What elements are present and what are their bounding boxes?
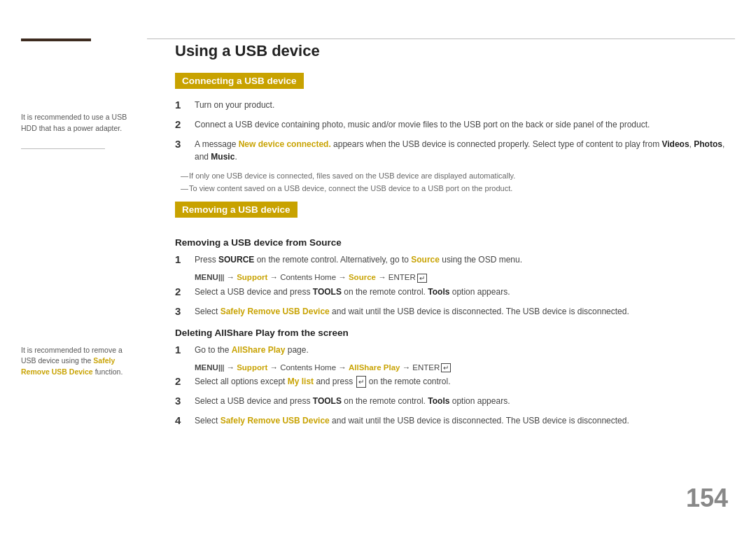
step-num: 3 (175, 395, 195, 407)
connecting-notes: If only one USB device is connected, fil… (182, 170, 728, 195)
top-divider (147, 38, 735, 39)
step-connect-3: 3 A message New device connected. appear… (175, 138, 728, 163)
step-text: Connect a USB device containing photo, m… (195, 118, 728, 131)
photos-text: Photos (694, 139, 722, 149)
music-text: Music (211, 152, 234, 162)
step-text: Select a USB device and press TOOLS on t… (195, 286, 728, 298)
step-delete-1: 1 Go to the AllShare Play page. (175, 344, 728, 356)
step-remove-1: 1 Press SOURCE on the remote control. Al… (175, 253, 728, 266)
step-remove-3: 3 Select Safely Remove USB Device and wa… (175, 305, 728, 318)
step-text: Select Safely Remove USB Device and wait… (195, 414, 728, 427)
step-text: Turn on your product. (195, 99, 728, 111)
page-title: Using a USB device (175, 42, 728, 60)
page-number: 154 (686, 484, 728, 513)
step-delete-3: 3 Select a USB device and press TOOLS on… (175, 395, 728, 407)
sidebar: It is recommended to use a USB HDD that … (0, 0, 147, 534)
note-line-1: If only one USB device is connected, fil… (182, 170, 728, 183)
source-bold: SOURCE (218, 255, 254, 265)
step-connect-1: 1 Turn on your product. (175, 99, 728, 111)
source-highlight: Source (411, 255, 440, 265)
step-num: 1 (175, 253, 195, 265)
sidebar-divider (21, 148, 105, 149)
safely-remove-2: Safely Remove USB Device (220, 416, 330, 426)
main-content: Using a USB device Connecting a USB devi… (147, 0, 756, 534)
section-header-connecting: Connecting a USB device (175, 73, 304, 89)
step-num: 3 (175, 305, 195, 317)
note-line-2: To view content saved on a USB device, c… (182, 183, 728, 195)
sidebar-note-1: It is recommended to use a USB HDD that … (21, 112, 133, 134)
safely-remove-1: Safely Remove USB Device (220, 307, 330, 316)
step-num: 1 (175, 99, 195, 111)
step-num: 4 (175, 414, 195, 426)
allshare-highlight: AllShare Play (232, 345, 286, 355)
sidebar-accent-bar (21, 38, 91, 41)
step-text: Select Safely Remove USB Device and wait… (195, 305, 728, 318)
enter-icon: ↵ (417, 274, 427, 283)
section-header-removing: Removing a USB device (175, 202, 298, 218)
page: It is recommended to use a USB HDD that … (0, 0, 756, 534)
step-num: 3 (175, 138, 195, 150)
videos-text: Videos (662, 139, 689, 149)
step-text: Press SOURCE on the remote control. Alte… (195, 253, 728, 266)
step-text: Go to the AllShare Play page. (195, 344, 728, 356)
new-device-text: New device connected. (239, 139, 331, 149)
step-connect-2: 2 Connect a USB device containing photo,… (175, 118, 728, 131)
step-remove-2: 2 Select a USB device and press TOOLS on… (175, 286, 728, 298)
mylist-highlight: My list (288, 377, 314, 386)
connecting-steps: 1 Turn on your product. 2 Connect a USB … (175, 99, 728, 163)
step-num: 2 (175, 118, 195, 130)
step-text: Select a USB device and press TOOLS on t… (195, 395, 728, 407)
step-num: 1 (175, 344, 195, 356)
step-num: 2 (175, 286, 195, 297)
enter-icon-2: ↵ (441, 363, 451, 372)
menu-path-2: MENU||| → Support → Contents Home → AllS… (195, 363, 728, 372)
subsection-title-1: Removing a USB device from Source (175, 237, 728, 248)
step-num: 2 (175, 375, 195, 387)
step-text: A message New device connected. appears … (195, 138, 728, 163)
step-text: Select all options except My list and pr… (195, 375, 728, 388)
step-delete-4: 4 Select Safely Remove USB Device and wa… (175, 414, 728, 427)
step-delete-2: 2 Select all options except My list and … (175, 375, 728, 388)
sidebar-note-2: It is recommended to remove a USB device… (21, 345, 133, 378)
enter-icon-3: ↵ (356, 376, 366, 388)
removing-steps-2: 1 Go to the AllShare Play page. MENU||| … (175, 344, 728, 428)
removing-steps-1: 1 Press SOURCE on the remote control. Al… (175, 253, 728, 317)
subsection-title-2: Deleting AllShare Play from the screen (175, 328, 728, 338)
menu-path-1: MENU||| → Support → Contents Home → Sour… (195, 273, 728, 282)
